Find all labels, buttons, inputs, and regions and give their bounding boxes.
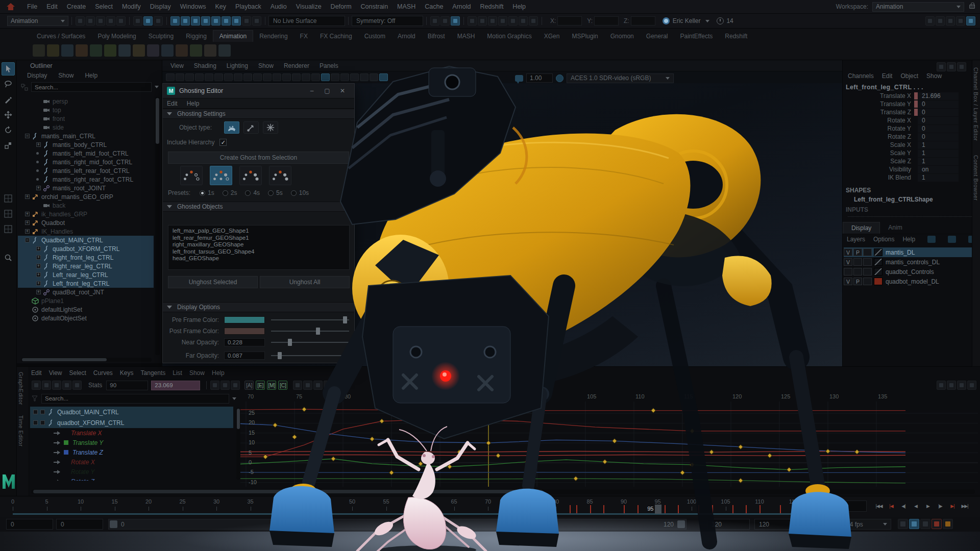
select-object-icon[interactable] bbox=[143, 16, 153, 26]
outliner-menu-display[interactable]: Display bbox=[27, 72, 47, 79]
ghost-preset-10s[interactable]: 10s bbox=[291, 189, 309, 196]
shelf-tab-redshift[interactable]: Redshift bbox=[719, 31, 753, 42]
outliner-item-mantis-left-rear-foot-ctrl[interactable]: mantis_left_rear_foot_CTRL bbox=[18, 166, 154, 175]
frame-all-icon[interactable] bbox=[210, 381, 219, 390]
outliner-item-mantis-right-rear-foot-ctrl[interactable]: mantis_right_rear_foot_CTRL bbox=[18, 175, 154, 184]
move-layer-down-icon[interactable] bbox=[948, 236, 956, 243]
shelf-tab-bifrost[interactable]: Bifrost bbox=[422, 31, 451, 42]
outliner-item-front[interactable]: front bbox=[18, 114, 154, 123]
single-pane-layout-icon[interactable] bbox=[2, 192, 15, 205]
layer-color-swatch[interactable] bbox=[874, 268, 883, 276]
shelf-icon[interactable] bbox=[190, 44, 202, 57]
resolution-gate-icon[interactable] bbox=[253, 73, 262, 81]
snap-projected-center-icon[interactable] bbox=[201, 16, 210, 26]
persp-outliner-layout-icon[interactable] bbox=[2, 222, 15, 236]
layer-playback-toggle[interactable] bbox=[853, 258, 862, 266]
outliner-item-persp[interactable]: persp bbox=[18, 97, 154, 106]
expand-toggle-icon[interactable]: + bbox=[36, 290, 41, 294]
current-frame-field[interactable]: 95 bbox=[832, 500, 867, 512]
near-opacity-field[interactable] bbox=[224, 338, 265, 346]
sidebar-tab-channel-box-layer-editor[interactable]: Channel Box / Layer Editor bbox=[972, 60, 979, 148]
layer-color-swatch[interactable] bbox=[874, 278, 883, 285]
construction-history-icon[interactable] bbox=[451, 16, 460, 26]
visibility-toggle-icon[interactable] bbox=[33, 420, 38, 425]
graph-editor-menu-view[interactable]: View bbox=[49, 369, 62, 377]
lighting-all-icon[interactable] bbox=[340, 73, 349, 81]
step-forward-key-button[interactable]: ▶| bbox=[946, 500, 959, 512]
channel-value[interactable]: 1 bbox=[918, 158, 959, 165]
shelf-tab-custom[interactable]: Custom bbox=[358, 31, 391, 42]
layer-extra-toggle[interactable] bbox=[863, 248, 872, 256]
menubar-item-mash[interactable]: MASH bbox=[393, 3, 420, 10]
buffer-curves-icon[interactable] bbox=[967, 381, 976, 390]
menubar-item-edit[interactable]: Edit bbox=[42, 3, 62, 10]
maximize-button-icon[interactable]: ▢ bbox=[320, 87, 335, 94]
layer-visible-toggle[interactable]: V bbox=[844, 258, 852, 266]
shelf-tab-msplugin[interactable]: MSPlugin bbox=[566, 31, 604, 42]
menubar-item-select[interactable]: Select bbox=[90, 3, 117, 10]
channel-box-menu-channels[interactable]: Channels bbox=[848, 72, 874, 80]
viewport-menu-shading[interactable]: Shading bbox=[190, 62, 220, 69]
ghosted-object-item[interactable]: left_front_tarsus_GEO_Shape4 bbox=[173, 248, 345, 256]
layer-extra-toggle[interactable] bbox=[863, 278, 872, 285]
absolute-view-toggle[interactable]: [A] bbox=[244, 381, 254, 390]
outliner-item-left-front-leg-ctrl[interactable]: +Left_front_leg_CTRL bbox=[18, 279, 154, 288]
expand-toggle-icon[interactable]: + bbox=[36, 272, 41, 277]
menubar-item-audio[interactable]: Audio bbox=[266, 3, 291, 10]
shelf-icon[interactable] bbox=[176, 44, 188, 57]
shelf-tab-arnold[interactable]: Arnold bbox=[391, 31, 422, 42]
layer-extra-toggle[interactable] bbox=[863, 268, 872, 276]
menubar-item-windows[interactable]: Windows bbox=[176, 3, 211, 10]
gate-mask-icon[interactable] bbox=[263, 73, 272, 81]
input-connections-icon[interactable] bbox=[430, 16, 439, 26]
exposure-field[interactable]: 1.00 bbox=[526, 73, 553, 83]
layer-row-quadbot-model-dl[interactable]: VPquadbot_model_DL bbox=[844, 277, 973, 286]
highlight-selection-icon[interactable] bbox=[252, 16, 261, 26]
outliner-item-defaultobjectset[interactable]: defaultObjectSet bbox=[18, 314, 154, 322]
auto-keyframe-icon[interactable] bbox=[943, 519, 953, 529]
ghosted-object-item[interactable]: left_rear_femur_GEOShape1 bbox=[173, 235, 345, 242]
graph-editor-horizontal-scrollbar[interactable] bbox=[31, 489, 975, 494]
render-current-frame-icon[interactable] bbox=[478, 16, 487, 26]
pre-frame-color-swatch[interactable] bbox=[224, 316, 265, 323]
stats-time-input[interactable] bbox=[106, 381, 148, 390]
ghost-steps-sparse-icon[interactable] bbox=[180, 166, 203, 185]
2d-pan-zoom-icon[interactable] bbox=[214, 73, 223, 81]
layer-editor-menu-help[interactable]: Help bbox=[902, 236, 915, 243]
film-gate-icon[interactable] bbox=[243, 73, 252, 81]
shelf-tab-rigging[interactable]: Rigging bbox=[180, 31, 213, 42]
screen-space-ao-icon[interactable] bbox=[360, 73, 369, 81]
move-layer-up-icon[interactable] bbox=[927, 236, 936, 243]
normalized-view-toggle[interactable]: [M] bbox=[267, 381, 276, 390]
menubar-item-display[interactable]: Display bbox=[145, 3, 176, 10]
shelf-icon[interactable] bbox=[118, 44, 131, 57]
ipr-render-icon[interactable] bbox=[488, 16, 497, 26]
shelf-icon[interactable] bbox=[90, 44, 102, 57]
step-forward-frame-button[interactable]: |▶ bbox=[934, 500, 946, 512]
linear-tangents-icon[interactable] bbox=[303, 381, 312, 390]
menubar-item-constrain[interactable]: Constrain bbox=[356, 3, 393, 10]
channel-box-menu-edit[interactable]: Edit bbox=[882, 72, 893, 80]
outliner-item-ik-handles[interactable]: +IK_Handles bbox=[18, 227, 154, 236]
layer-editor-menu-options[interactable]: Options bbox=[873, 236, 894, 243]
channel-value[interactable]: 0 bbox=[918, 101, 959, 108]
outliner-item-quadbot[interactable]: +Quadbot bbox=[18, 218, 154, 227]
ghost-type-joint-icon[interactable] bbox=[243, 121, 259, 134]
outliner-horizontal-scrollbar[interactable] bbox=[21, 358, 152, 362]
outliner-item-mantis-main-ctrl[interactable]: −mantis_main_CTRL bbox=[18, 132, 154, 140]
shelf-icon[interactable] bbox=[218, 44, 231, 57]
graph-editor-search-input[interactable] bbox=[41, 394, 229, 404]
sidebar-tab-content-browser[interactable]: Content Browser bbox=[972, 148, 979, 208]
outliner-item-quadbot-root-jnt[interactable]: +quadBot_root_JNT bbox=[18, 288, 154, 296]
expand-toggle-icon[interactable]: + bbox=[36, 186, 41, 190]
layer-editor-tab-anim[interactable]: Anim bbox=[880, 222, 910, 234]
viewport-menu-panels[interactable]: Panels bbox=[315, 62, 342, 69]
viewport-menu-view[interactable]: View bbox=[166, 62, 188, 69]
channel-box-menu-show[interactable]: Show bbox=[926, 72, 942, 80]
layer-color-swatch[interactable] bbox=[874, 248, 883, 256]
viewport-menu-lighting[interactable]: Lighting bbox=[223, 62, 252, 69]
value-snap-icon[interactable] bbox=[947, 381, 956, 390]
animation-start-field[interactable]: 0 bbox=[6, 519, 53, 530]
channel-value[interactable]: 0 bbox=[918, 125, 959, 133]
anti-aliasing-icon[interactable] bbox=[379, 73, 388, 81]
